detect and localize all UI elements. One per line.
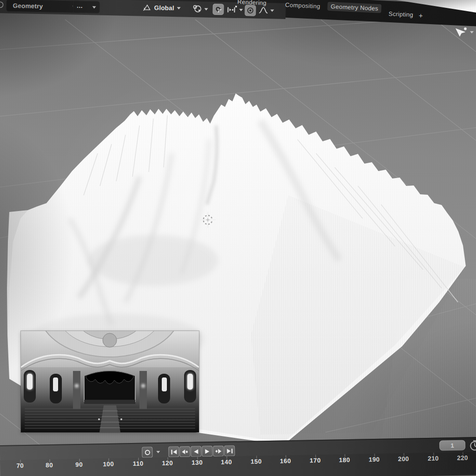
- reference-image-theatre: [21, 331, 199, 432]
- chevron-down-icon: [470, 31, 474, 33]
- viewport-gizmo-icon: [453, 26, 469, 38]
- transform-orientation-icon: [143, 3, 151, 12]
- ruler-frame-label: 130: [192, 459, 203, 466]
- ruler-frame-label: 220: [457, 454, 468, 461]
- pivot-point-icon: [192, 4, 202, 14]
- tab-scripting[interactable]: Scripting: [385, 9, 416, 20]
- ruler-frame-label: 70: [16, 462, 24, 469]
- ruler-frame-label: 120: [162, 460, 173, 467]
- jump-to-start-button[interactable]: [168, 446, 179, 457]
- chevron-down-icon: [93, 6, 96, 8]
- ruler-frame-label: 100: [103, 461, 114, 468]
- mode-dropdown[interactable]: Geometry: [6, 0, 81, 13]
- previous-keyframe-button[interactable]: [179, 446, 190, 457]
- play-button[interactable]: [202, 446, 212, 456]
- ruler-frame-label: 200: [398, 456, 409, 463]
- ruler-frame-label: 160: [280, 457, 291, 464]
- ruler-frame-label: 80: [46, 462, 53, 469]
- chevron-down-icon: [239, 8, 243, 11]
- snapping-toggle-button[interactable]: [212, 4, 224, 15]
- magnet-icon: [214, 6, 222, 13]
- ruler-frame-label: 90: [75, 461, 83, 468]
- tab-compositing[interactable]: Compositing: [282, 0, 324, 11]
- blender-window: Geometry … Global: [0, 0, 476, 476]
- viewport-canvas[interactable]: [0, 0, 476, 476]
- current-frame-value: 1: [450, 442, 454, 449]
- chevron-down-icon: [205, 8, 208, 10]
- editor-type-icon[interactable]: [0, 0, 4, 9]
- pivot-point-dropdown[interactable]: [192, 4, 208, 14]
- proportional-editing-icon: [246, 7, 254, 14]
- time-icon[interactable]: [469, 439, 476, 452]
- overflow-dropdown-value: …: [77, 2, 83, 9]
- orientation-dropdown[interactable]: Global: [143, 3, 181, 13]
- chevron-down-icon[interactable]: [156, 451, 160, 453]
- theatre-illustration: [21, 331, 199, 432]
- header-overflow-dropdown[interactable]: …: [73, 0, 100, 13]
- chevron-down-icon: [177, 7, 181, 9]
- chevron-down-icon: [270, 9, 274, 12]
- ruler-frame-label: 170: [310, 457, 321, 464]
- auto-keying-button[interactable]: [142, 447, 152, 457]
- ruler-frame-label: 150: [251, 458, 262, 465]
- add-workspace-button[interactable]: +: [415, 11, 426, 21]
- ruler-frame-label: 190: [369, 456, 380, 463]
- ruler-frame-label: 180: [339, 456, 350, 463]
- current-frame-field[interactable]: 1: [439, 440, 465, 451]
- orientation-dropdown-value: Global: [154, 4, 174, 12]
- auto-keying-icon: [144, 449, 151, 456]
- jump-to-end-button[interactable]: [224, 445, 235, 456]
- play-reverse-button[interactable]: [191, 446, 201, 456]
- mode-dropdown-value: Geometry: [13, 2, 43, 9]
- viewport-gizmo-dropdown[interactable]: [453, 26, 476, 39]
- next-keyframe-button[interactable]: [213, 446, 224, 456]
- ruler-frame-label: 210: [428, 455, 439, 462]
- ruler-frame-label: 110: [133, 460, 144, 467]
- ruler-frame-label: 140: [221, 458, 232, 465]
